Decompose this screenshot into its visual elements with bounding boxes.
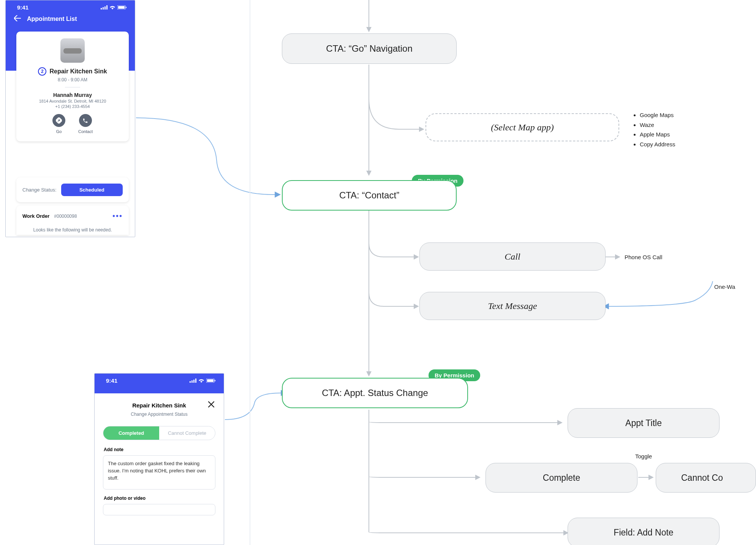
status-segment: Completed Cannot Complete (103, 426, 215, 440)
list-item: Waze (640, 120, 675, 130)
status-time: 9:41 (106, 377, 117, 384)
customer-name: Hannah Murray (22, 92, 123, 98)
node-text-message[interactable]: Text Message (419, 292, 606, 320)
statusbar: 9:41 (95, 374, 224, 385)
signal-icon (190, 377, 196, 384)
svg-rect-14 (215, 380, 215, 382)
modal-subtitle: Change Appointment Status (103, 412, 215, 417)
phone-status-change: 9:41 Repair Kitchen Sink Change Appoin (94, 373, 224, 545)
appointment-title-row: 2 Repair Kitchen Sink (22, 67, 123, 76)
svg-rect-0 (101, 8, 102, 10)
contact-label: Contact (78, 129, 93, 134)
node-cta-status-change[interactable]: CTA: Appt. Status Change (282, 378, 468, 408)
svg-rect-8 (190, 381, 191, 383)
work-order-number: #00000098 (54, 214, 77, 219)
battery-icon (206, 377, 215, 384)
node-field-add-note[interactable]: Field: Add Note (568, 518, 720, 545)
svg-rect-6 (126, 7, 127, 8)
list-item: Apple Maps (640, 130, 675, 139)
node-select-map-app[interactable]: (Select Map app) (425, 113, 619, 141)
work-order-label: Work Order (22, 213, 49, 219)
appointment-card: 2 Repair Kitchen Sink 8:00 - 9:00 AM Han… (16, 32, 129, 141)
svg-rect-1 (103, 7, 104, 10)
status-button[interactable]: Scheduled (61, 184, 123, 196)
sequence-badge: 2 (38, 67, 46, 76)
wifi-icon (198, 377, 204, 384)
status-block: Change Status: Scheduled (16, 177, 129, 202)
segment-completed[interactable]: Completed (103, 426, 159, 440)
close-icon[interactable] (208, 400, 215, 410)
back-arrow-icon[interactable] (14, 14, 21, 23)
work-order-note: Looks like the following will be needed. (22, 227, 123, 233)
action-icons: Go Contact (22, 114, 123, 134)
status-icons-group (190, 377, 215, 384)
svg-rect-9 (191, 380, 193, 383)
appointment-time: 8:00 - 9:00 AM (22, 77, 123, 82)
label-one-way: One-Wa (714, 284, 735, 290)
segment-cannot-complete[interactable]: Cannot Complete (159, 426, 215, 440)
customer-address: 1814 Avondale St. Detroit, MI 48120 (22, 99, 123, 103)
list-item: Copy Address (640, 139, 675, 149)
label-phone-os-call: Phone OS Call (625, 254, 662, 260)
go-label: Go (56, 129, 62, 134)
node-complete[interactable]: Complete (486, 463, 637, 493)
map-app-options: Google Maps Waze Apple Maps Copy Address (634, 110, 675, 149)
status-time: 9:41 (17, 4, 28, 11)
list-item: Google Maps (640, 110, 675, 120)
appointment-thumbnail-icon (60, 38, 85, 63)
svg-rect-10 (193, 380, 195, 383)
label-toggle: Toggle (635, 453, 652, 459)
appointment-title: Repair Kitchen Sink (49, 68, 107, 75)
phone2-header: 9:41 (95, 374, 224, 393)
node-cannot-complete[interactable]: Cannot Co (656, 463, 756, 493)
node-appt-title[interactable]: Appt Title (568, 408, 720, 438)
signal-icon (101, 4, 108, 11)
go-action[interactable]: Go (52, 114, 65, 134)
customer-phone: +1 (234) 233-4554 (22, 104, 123, 109)
appbar: Appointment List (6, 12, 135, 23)
svg-rect-3 (106, 5, 108, 10)
node-cta-contact[interactable]: CTA: “Contact” (282, 180, 457, 211)
contact-action[interactable]: Contact (78, 114, 93, 134)
phone-appointment-details: 9:41 Appointment List 2 Re (5, 0, 135, 237)
phone-icon (79, 114, 92, 127)
media-field-label: Add photo or video (104, 496, 215, 501)
status-label: Change Status: (22, 187, 57, 193)
wifi-icon (109, 4, 115, 11)
work-order-block: Work Order #00000098 ••• Looks like the … (16, 206, 129, 235)
navigate-icon (52, 114, 65, 127)
modal-title-row: Repair Kitchen Sink (103, 400, 215, 410)
node-cta-go-navigation[interactable]: CTA: “Go” Navigation (282, 33, 457, 64)
appbar-title: Appointment List (27, 16, 77, 22)
media-dropzone[interactable] (103, 504, 215, 515)
battery-icon (117, 4, 127, 11)
status-icons-group (101, 4, 127, 11)
note-textarea[interactable]: The custom order gasket fixed the leakin… (103, 455, 215, 490)
node-call[interactable]: Call (419, 242, 606, 271)
svg-rect-5 (118, 6, 125, 9)
statusbar: 9:41 (6, 0, 135, 12)
more-dots-icon[interactable]: ••• (112, 212, 123, 220)
modal-title: Repair Kitchen Sink (111, 402, 208, 409)
svg-rect-13 (207, 379, 214, 382)
divider (65, 87, 80, 87)
svg-rect-2 (104, 6, 106, 10)
svg-rect-11 (195, 379, 196, 383)
note-field-label: Add note (104, 447, 215, 452)
